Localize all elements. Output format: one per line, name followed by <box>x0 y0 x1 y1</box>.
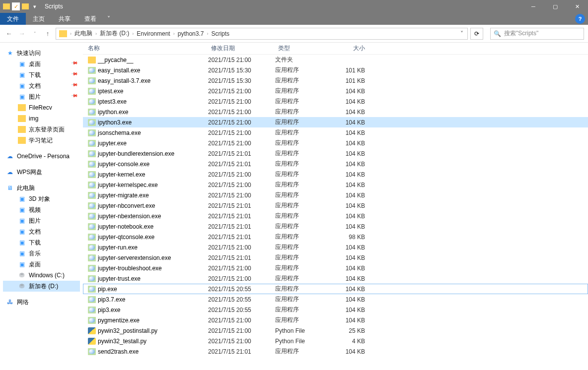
table-row[interactable]: pywin32_postinstall.py2021/7/15 21:00Pyt… <box>83 325 588 336</box>
sidebar-item[interactable]: ▣图片📌 <box>3 91 80 102</box>
file-name: easy_install-3.7.exe <box>98 77 150 84</box>
table-row[interactable]: jupyter-nbconvert.exe2021/7/15 21:01应用程序… <box>83 200 588 211</box>
help-icon[interactable]: ? <box>575 14 585 24</box>
sidebar-item[interactable]: ⛃Windows (C:) <box>3 270 80 281</box>
table-row[interactable]: jupyter-notebook.exe2021/7/15 21:01应用程序1… <box>83 221 588 232</box>
table-row[interactable]: jupyter-serverextension.exe2021/7/15 21:… <box>83 252 588 263</box>
crumb-pc[interactable]: 此电脑 <box>73 29 94 38</box>
file-size: 104 KB <box>331 182 368 188</box>
file-name: jupyter-nbextension.exe <box>98 213 161 220</box>
col-type[interactable]: 类型 <box>275 44 331 53</box>
sidebar-item[interactable]: ▣图片 <box>3 215 80 226</box>
sidebar-item[interactable]: ▣视频 <box>3 204 80 215</box>
chevron-right-icon[interactable]: › <box>206 31 209 36</box>
col-date[interactable]: 修改日期 <box>208 44 275 53</box>
col-name[interactable]: 名称 <box>83 44 208 53</box>
disk-icon: ⛃ <box>18 283 26 290</box>
sidebar-item[interactable]: ▣音乐 <box>3 248 80 259</box>
chevron-right-icon[interactable]: › <box>69 31 73 36</box>
sidebar-item[interactable]: ▣3D 对象 <box>3 193 80 204</box>
col-size[interactable]: 大小 <box>331 44 368 53</box>
forward-button[interactable]: → <box>17 29 27 39</box>
crumb-py[interactable]: python3.7 <box>176 30 206 37</box>
table-row[interactable]: pip3.exe2021/7/15 20:55应用程序104 KB <box>83 305 588 315</box>
sidebar-item[interactable]: ▣下载 <box>3 237 80 248</box>
table-row[interactable]: send2trash.exe2021/7/15 21:01应用程序104 KB <box>83 346 588 357</box>
chevron-right-icon[interactable]: › <box>172 31 176 36</box>
chevron-right-icon[interactable]: › <box>131 31 135 36</box>
sidebar-item[interactable]: ⛃新加卷 (D:) <box>3 281 80 292</box>
mon-icon: ▣ <box>18 261 26 268</box>
qat-checkbox-icon[interactable]: ✓ <box>12 2 20 10</box>
table-row[interactable]: jupyter-run.exe2021/7/15 21:00应用程序104 KB <box>83 242 588 252</box>
exe-icon <box>88 307 96 313</box>
table-row[interactable]: ipython3.exe2021/7/15 21:00应用程序104 KB <box>83 117 588 127</box>
file-name: easy_install.exe <box>98 67 140 74</box>
address-dropdown-icon[interactable]: ˅ <box>457 30 466 37</box>
table-row[interactable]: jupyter-troubleshoot.exe2021/7/15 21:00应… <box>83 263 588 273</box>
table-row[interactable]: pip.exe2021/7/15 20:55应用程序104 KB <box>83 284 588 294</box>
sidebar-quick-access[interactable]: ★快速访问 <box>3 48 80 59</box>
table-row[interactable]: jupyter-bundlerextension.exe2021/7/15 21… <box>83 148 588 159</box>
table-row[interactable]: jupyter-console.exe2021/7/15 21:01应用程序10… <box>83 159 588 169</box>
sidebar-item[interactable]: ▣下载📌 <box>3 69 80 80</box>
table-row[interactable]: jsonschema.exe2021/7/15 21:00应用程序104 KB <box>83 127 588 138</box>
up-button[interactable]: ↑ <box>43 29 53 39</box>
exe-icon <box>88 317 96 324</box>
qat-dropdown-icon[interactable]: ▾ <box>31 2 39 10</box>
minimize-button[interactable]: ─ <box>522 0 544 13</box>
table-row[interactable]: easy_install.exe2021/7/15 15:30应用程序101 K… <box>83 65 588 75</box>
crumb-scripts[interactable]: Scripts <box>209 30 231 37</box>
table-row[interactable]: __pycache__2021/7/15 21:00文件夹 <box>83 55 588 65</box>
recent-dropdown[interactable]: ˅ <box>30 29 40 39</box>
crumb-env[interactable]: Environment <box>135 30 172 37</box>
sidebar-wps[interactable]: ☁WPS网盘 <box>3 167 80 178</box>
table-row[interactable]: jupyter-kernel.exe2021/7/15 21:00应用程序104… <box>83 169 588 180</box>
sidebar-item[interactable]: ▣文档📌 <box>3 80 80 91</box>
tab-view[interactable]: 查看 <box>77 13 103 25</box>
table-row[interactable]: pywin32_testall.py2021/7/15 21:00Python … <box>83 336 588 346</box>
table-row[interactable]: iptest.exe2021/7/15 21:00应用程序104 KB <box>83 86 588 96</box>
sidebar-item[interactable]: FileRecv <box>3 102 80 113</box>
sidebar-item[interactable]: ▣文档 <box>3 226 80 237</box>
table-row[interactable]: jupyter-nbextension.exe2021/7/15 21:01应用… <box>83 211 588 221</box>
ribbon-collapse-icon[interactable]: ˅ <box>103 13 114 25</box>
sidebar-network[interactable]: 🖧网络 <box>3 297 80 308</box>
tab-file[interactable]: 文件 <box>0 13 26 25</box>
table-row[interactable]: ipython.exe2021/7/15 21:00应用程序104 KB <box>83 107 588 117</box>
file-size: 104 KB <box>331 192 368 199</box>
sidebar-this-pc[interactable]: 🖥此电脑 <box>3 183 80 193</box>
table-row[interactable]: easy_install-3.7.exe2021/7/15 15:30应用程序1… <box>83 75 588 86</box>
sidebar-item[interactable]: ▣桌面 <box>3 259 80 270</box>
table-row[interactable]: jupyter-trust.exe2021/7/15 21:00应用程序104 … <box>83 273 588 284</box>
refresh-button[interactable]: ⟳ <box>470 28 483 40</box>
table-row[interactable]: jupyter-migrate.exe2021/7/15 21:00应用程序10… <box>83 190 588 200</box>
sidebar-item[interactable]: img <box>3 113 80 124</box>
tab-home[interactable]: 主页 <box>26 13 52 25</box>
sidebar-onedrive[interactable]: ☁OneDrive - Persona <box>3 151 80 162</box>
table-row[interactable]: pygmentize.exe2021/7/15 21:00应用程序104 KB <box>83 315 588 325</box>
chevron-right-icon[interactable]: › <box>94 31 98 36</box>
table-row[interactable]: jupyter-qtconsole.exe2021/7/15 21:01应用程序… <box>83 232 588 242</box>
file-name: jupyter-bundlerextension.exe <box>98 150 174 157</box>
tab-share[interactable]: 共享 <box>52 13 77 25</box>
file-list[interactable]: __pycache__2021/7/15 21:00文件夹easy_instal… <box>83 55 588 357</box>
table-row[interactable]: jupyter-kernelspec.exe2021/7/15 21:00应用程… <box>83 180 588 190</box>
sidebar-item[interactable]: 京东登录页面 <box>3 124 80 135</box>
sidebar-item[interactable]: 学习笔记 <box>3 135 80 146</box>
table-row[interactable]: pip3.7.exe2021/7/15 20:55应用程序104 KB <box>83 294 588 305</box>
file-name: jupyter-qtconsole.exe <box>98 234 154 241</box>
back-button[interactable]: ← <box>4 29 14 39</box>
file-type: 应用程序 <box>275 149 331 158</box>
table-row[interactable]: jupyter.exe2021/7/15 21:00应用程序104 KB <box>83 138 588 148</box>
file-name: jsonschema.exe <box>98 129 141 136</box>
search-input[interactable]: 🔍 搜索"Scripts" <box>490 28 584 40</box>
crumb-drive[interactable]: 新加卷 (D:) <box>98 29 131 38</box>
sidebar-item[interactable]: ▣桌面📌 <box>3 59 80 69</box>
close-button[interactable]: ✕ <box>566 0 588 13</box>
file-size: 104 KB <box>331 150 368 157</box>
address-bar[interactable]: › 此电脑 › 新加卷 (D:) › Environment › python3… <box>56 28 468 40</box>
table-row[interactable]: iptest3.exe2021/7/15 21:00应用程序104 KB <box>83 96 588 107</box>
maximize-button[interactable]: ▢ <box>544 0 566 13</box>
file-type: 应用程序 <box>275 181 331 189</box>
